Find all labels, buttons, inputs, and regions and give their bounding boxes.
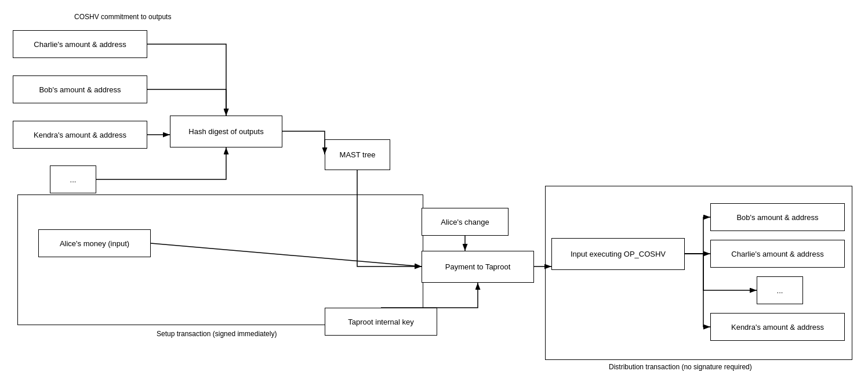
coshv-title: COSHV commitment to outputs (74, 13, 171, 21)
bob-left-box: Bob's amount & address (13, 75, 147, 103)
kendra-right-box: Kendra's amount & address (710, 313, 845, 341)
mast-tree-box: MAST tree (325, 139, 390, 170)
ellipsis-right-box: ... (757, 276, 803, 304)
charlie-right-box: Charlie's amount & address (710, 240, 845, 268)
bob-right-box: Bob's amount & address (710, 203, 845, 231)
input-coshv-box: Input executing OP_COSHV (551, 238, 685, 270)
diagram: COSHV commitment to outputs Setup transa… (0, 0, 868, 371)
taproot-internal-box: Taproot internal key (325, 308, 437, 336)
hash-digest-box: Hash digest of outputs (170, 116, 282, 147)
setup-title: Setup transaction (signed immediately) (157, 330, 277, 338)
alices-money-box: Alice's money (input) (38, 229, 151, 257)
kendra-left-box: Kendra's amount & address (13, 121, 147, 149)
alices-change-box: Alice's change (422, 208, 509, 236)
ellipsis-left-box: ... (50, 165, 96, 193)
setup-section-border (17, 194, 423, 325)
payment-taproot-box: Payment to Taproot (422, 251, 534, 283)
distribution-title: Distribution transaction (no signature r… (609, 363, 752, 371)
charlie-left-box: Charlie's amount & address (13, 30, 147, 58)
